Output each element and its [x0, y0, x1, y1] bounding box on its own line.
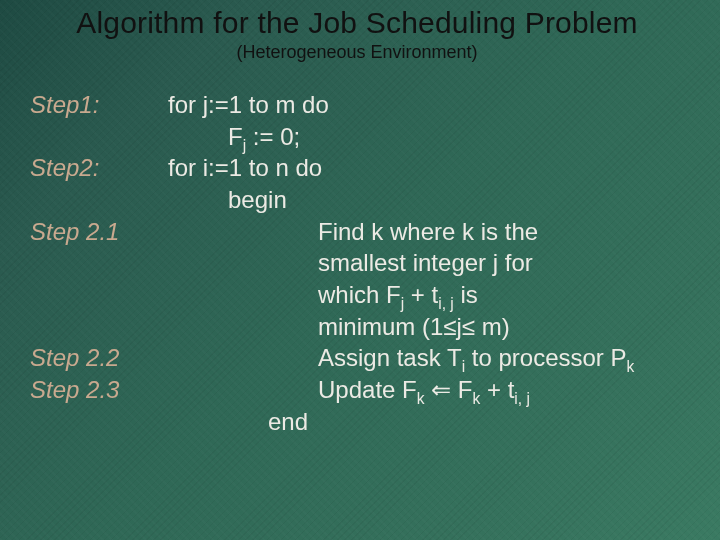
left-arrow-icon: ⇐ [425, 376, 458, 403]
step21-row: Step 2.1 Find k where k is the [30, 216, 702, 248]
step21-line4: minimum (1≤j≤ m) [168, 311, 702, 343]
text: F [458, 376, 473, 403]
step22-row: Step 2.2 Assign task Ti to processor Pk [30, 342, 702, 374]
text: F [228, 123, 243, 150]
subscript: i, j [514, 390, 530, 407]
step1-row: Step1: for j:=1 to m do [30, 89, 702, 121]
step23-line: Update Fk ⇐ Fk + ti, j [168, 374, 702, 406]
slide-subtitle: (Heterogeneous Environment) [12, 42, 702, 63]
step2-code: for i:=1 to n do [168, 152, 702, 184]
step21-row2: smallest integer j for [30, 247, 702, 279]
step1-body: Fj := 0; [168, 121, 702, 153]
step2-row: Step2: for i:=1 to n do [30, 152, 702, 184]
text: + t [404, 281, 438, 308]
step21-line1: Find k where k is the [168, 216, 702, 248]
subscript: k [627, 358, 635, 375]
step23-label: Step 2.3 [30, 374, 168, 406]
algorithm-body: Step1: for j:=1 to m do Fj := 0; Step2: … [30, 89, 702, 437]
step2-label: Step2: [30, 152, 168, 184]
step21-line2: smallest integer j for [168, 247, 702, 279]
text: := 0; [246, 123, 300, 150]
begin-keyword: begin [168, 184, 702, 216]
step22-line: Assign task Ti to processor Pk [168, 342, 702, 374]
text: + t [480, 376, 514, 403]
text: which F [318, 281, 401, 308]
step21-line3: which Fj + ti, j is [168, 279, 702, 311]
step1-code: for j:=1 to m do [168, 89, 702, 121]
subscript: k [417, 390, 425, 407]
text: Assign task T [318, 344, 462, 371]
text: to processor P [465, 344, 626, 371]
step1-label: Step1: [30, 89, 168, 121]
step1-body-row: Fj := 0; [30, 121, 702, 153]
step22-label: Step 2.2 [30, 342, 168, 374]
step21-row3: which Fj + ti, j is [30, 279, 702, 311]
slide: Algorithm for the Job Scheduling Problem… [0, 0, 720, 540]
slide-title: Algorithm for the Job Scheduling Problem [12, 6, 702, 40]
step21-label: Step 2.1 [30, 216, 168, 248]
end-row: end [30, 406, 702, 438]
subscript: i, j [438, 295, 454, 312]
step21-row4: minimum (1≤j≤ m) [30, 311, 702, 343]
text: is [454, 281, 478, 308]
begin-row: begin [30, 184, 702, 216]
step23-row: Step 2.3 Update Fk ⇐ Fk + ti, j [30, 374, 702, 406]
end-keyword: end [168, 406, 702, 438]
text: Update F [318, 376, 417, 403]
